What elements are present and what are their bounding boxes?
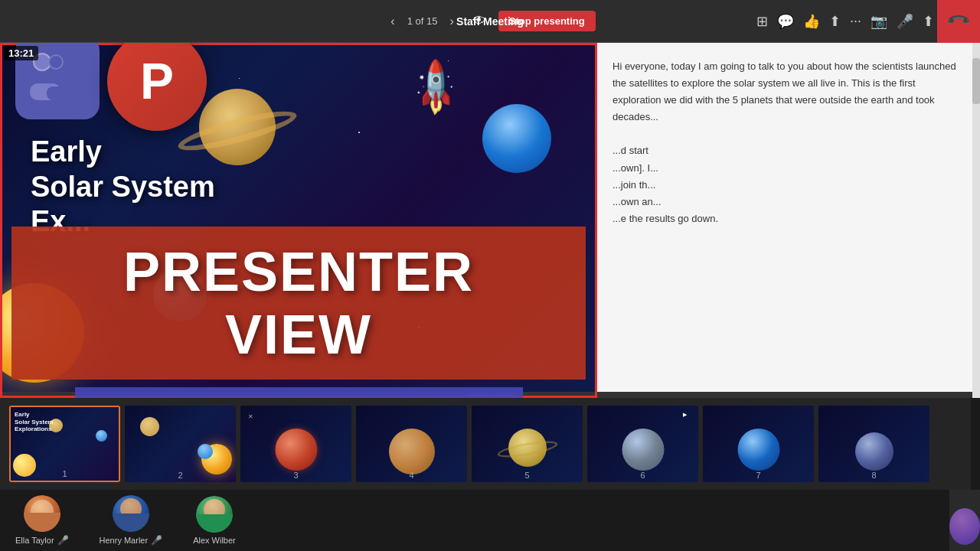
main-area: 🚀 Early Solar System Ex... PRESENTER VIE…	[0, 43, 980, 398]
slide-thumb-8[interactable]: 8	[818, 406, 929, 482]
slide-num-8: 8	[871, 471, 876, 480]
more-icon[interactable]: ···	[850, 13, 861, 29]
avatar-alex-wilber	[196, 496, 233, 533]
slide-title-line2: Solar System	[31, 170, 215, 205]
slide-num-5: 5	[524, 471, 529, 480]
in-teams-banner: IN TEAMS	[75, 387, 523, 398]
slide-counter: 1 of 15	[407, 15, 438, 27]
participant-label-ella: Ella Taylor 🎤	[15, 535, 69, 546]
participant-name-ella: Ella Taylor	[15, 536, 54, 545]
slide-title-line1: Early	[31, 135, 215, 170]
slide-num-6: 6	[640, 471, 645, 480]
reactions-icon[interactable]: 👍	[803, 13, 820, 30]
ppt-letter: P	[140, 52, 174, 110]
scrollbar-thumb[interactable]	[972, 58, 980, 104]
participant-label-henry: Henry Marler 🎤	[100, 535, 163, 546]
slide-num-3: 3	[293, 471, 298, 480]
mic-icon-henry: 🎤	[151, 535, 162, 546]
chat-icon[interactable]: 💬	[777, 13, 794, 30]
participant-bar: Ella Taylor 🎤 Henry Marler 🎤	[0, 490, 980, 551]
avatar-img-ella	[24, 495, 60, 532]
end-call-button[interactable]: 📞	[937, 0, 980, 43]
presenter-view-overlay: PRESENTER VIEW IN TEAMS	[11, 227, 586, 398]
partial-participant	[949, 490, 980, 551]
window-title: Staff Meeting	[456, 15, 524, 28]
participant-label-alex: Alex Wilber	[193, 536, 236, 545]
camera-icon[interactable]: 📷	[871, 13, 887, 30]
participant-1: Ella Taylor 🎤	[15, 495, 69, 546]
phone-icon: 📞	[946, 8, 972, 34]
slide-num-4: 4	[409, 471, 413, 480]
mic-icon-ella: 🎤	[57, 535, 69, 546]
notes-panel: Hi everyone, today I am going to talk to…	[597, 43, 980, 398]
avatar-ella-taylor	[24, 495, 60, 532]
avatar-henry-marler	[113, 495, 149, 532]
slide-thumb-7[interactable]: 7	[703, 406, 814, 482]
blue-planet	[482, 104, 551, 173]
meeting-timer: 13:21	[4, 46, 38, 60]
slide-strip: EarlySolar SystemExplorations 1 2 ✕ 3 4	[0, 398, 971, 490]
slide-num-7: 7	[756, 471, 760, 480]
notes-text: Hi everyone, today I am going to talk to…	[612, 58, 965, 227]
share-icon[interactable]: ⬆	[829, 13, 841, 30]
slide-num-1: 1	[62, 469, 67, 478]
slide-thumb-4[interactable]: 4	[356, 406, 467, 482]
slide-thumb-5[interactable]: 5	[472, 406, 583, 482]
ppt-circle: P	[107, 43, 207, 131]
participant-name-alex: Alex Wilber	[193, 536, 236, 545]
presenter-view-banner: PRESENTER VIEW	[11, 227, 586, 380]
powerpoint-logo: P	[107, 43, 207, 131]
slide-thumb-6[interactable]: ▶ 6	[587, 406, 698, 482]
toolbar-right: ⊞ 💬 👍 ⬆ ··· 📷 🎤 ⬆	[756, 13, 934, 30]
top-bar: Staff Meeting ‹ 1 of 15 › 👁 Stop present…	[0, 0, 980, 43]
slide-thumb-1[interactable]: EarlySolar SystemExplorations 1	[9, 406, 120, 482]
slide-panel: 🚀 Early Solar System Ex... PRESENTER VIE…	[0, 43, 597, 398]
participant-3: Alex Wilber	[193, 496, 236, 545]
screenshare-icon[interactable]: ⬆	[923, 13, 934, 30]
presenter-view-text: PRESENTER VIEW	[123, 241, 474, 365]
slide-title: Early Solar System Ex...	[31, 135, 215, 240]
participant-name-henry: Henry Marler	[100, 536, 149, 545]
avatar-img-henry	[113, 495, 149, 532]
prev-slide-button[interactable]: ‹	[384, 11, 400, 31]
grid-icon[interactable]: ⊞	[756, 13, 768, 30]
slide-thumb-3[interactable]: ✕ 3	[240, 406, 351, 482]
mic-icon[interactable]: 🎤	[897, 13, 913, 30]
slide-thumb-2[interactable]: 2	[125, 406, 236, 482]
avatar-img-alex	[196, 496, 233, 533]
slide-num-2: 2	[178, 471, 182, 480]
right-scrollbar[interactable]	[972, 43, 980, 398]
participant-2: Henry Marler 🎤	[100, 495, 163, 546]
